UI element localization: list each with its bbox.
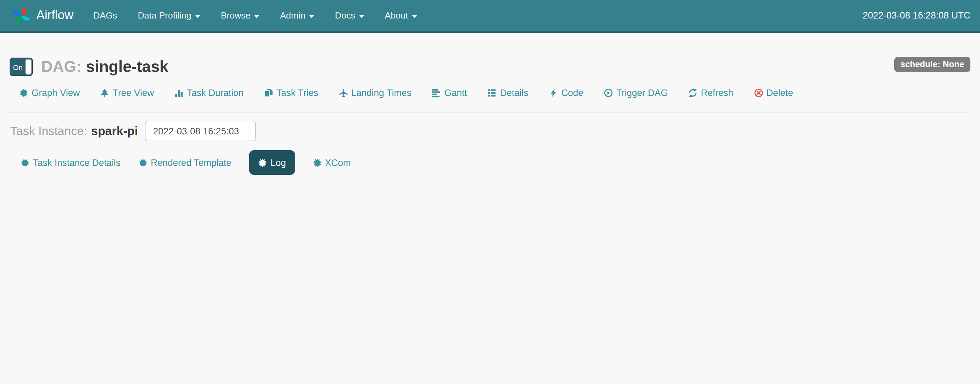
nav-item-label: Docs bbox=[335, 10, 355, 21]
list-icon bbox=[488, 89, 496, 97]
nav-item-dags[interactable]: DAGs bbox=[83, 0, 127, 31]
tab-label: Task Duration bbox=[187, 88, 243, 98]
dag-view-tabs: Graph ViewTree ViewTask DurationTask Tri… bbox=[19, 88, 980, 98]
nav-item-docs[interactable]: Docs bbox=[325, 0, 374, 31]
tree-icon bbox=[100, 89, 110, 97]
tab-label: Tree View bbox=[113, 88, 154, 98]
dag-title-prefix: DAG: bbox=[41, 58, 82, 75]
caret-down-icon bbox=[411, 14, 417, 18]
sunburst-icon bbox=[21, 158, 30, 167]
ti-tab-xcom[interactable]: XCom bbox=[313, 157, 351, 168]
tab-label: Refresh bbox=[701, 88, 733, 98]
task-instance-label: Task Instance: bbox=[10, 124, 87, 138]
caret-down-icon bbox=[194, 14, 200, 18]
ti-tab-label: Log bbox=[270, 157, 286, 168]
nav-item-label: About bbox=[385, 10, 408, 21]
tab-task-tries[interactable]: Task Tries bbox=[264, 88, 318, 98]
task-id: spark-pi bbox=[91, 124, 138, 138]
nav-item-data-profiling[interactable]: Data Profiling bbox=[127, 0, 210, 31]
tab-label: Task Tries bbox=[277, 88, 318, 98]
remove-circle-icon bbox=[754, 89, 763, 97]
nav-item-admin[interactable]: Admin bbox=[270, 0, 325, 31]
tab-code[interactable]: Code bbox=[549, 88, 584, 98]
align-left-icon bbox=[432, 89, 441, 97]
tab-graph-view[interactable]: Graph View bbox=[19, 88, 80, 98]
tab-label: Landing Times bbox=[351, 88, 411, 98]
tab-delete[interactable]: Delete bbox=[754, 88, 793, 98]
nav-menu: DAGsData ProfilingBrowseAdminDocsAbout bbox=[83, 0, 427, 31]
nav-item-label: Admin bbox=[280, 10, 305, 21]
toggle-on-label: On bbox=[13, 63, 23, 71]
tab-details[interactable]: Details bbox=[488, 88, 528, 98]
ti-tab-label: Rendered Template bbox=[151, 157, 231, 168]
dag-id: single-task bbox=[86, 58, 168, 75]
tab-label: Delete bbox=[766, 88, 793, 98]
brand-label: Airflow bbox=[37, 8, 73, 23]
play-circle-icon bbox=[604, 89, 613, 97]
dag-pause-toggle[interactable]: On bbox=[10, 58, 33, 76]
tab-label: Trigger DAG bbox=[616, 88, 668, 98]
duplicate-icon bbox=[264, 89, 273, 97]
airflow-logo-icon bbox=[10, 4, 33, 27]
page-title: DAG: single-task bbox=[41, 58, 169, 76]
schedule-badge: schedule: None bbox=[894, 57, 970, 72]
top-navbar: Airflow DAGsData ProfilingBrowseAdminDoc… bbox=[0, 0, 980, 33]
tab-refresh[interactable]: Refresh bbox=[689, 88, 733, 98]
ti-tab-label: XCom bbox=[325, 157, 351, 168]
ti-tab-log[interactable]: Log bbox=[249, 150, 295, 175]
task-instance-tabs: Task Instance DetailsRendered TemplateLo… bbox=[21, 150, 980, 175]
caret-down-icon bbox=[254, 14, 259, 18]
nav-item-label: DAGs bbox=[93, 10, 117, 21]
task-instance-row: Task Instance: spark-pi bbox=[10, 121, 980, 141]
plane-icon bbox=[339, 89, 348, 97]
tab-tree-view[interactable]: Tree View bbox=[100, 88, 154, 98]
bolt-icon bbox=[549, 89, 558, 97]
tab-label: Gantt bbox=[444, 88, 467, 98]
caret-down-icon bbox=[359, 14, 364, 18]
tab-label: Code bbox=[562, 88, 584, 98]
nav-item-about[interactable]: About bbox=[374, 0, 427, 31]
airflow-app: Airflow DAGsData ProfilingBrowseAdminDoc… bbox=[0, 0, 980, 192]
tab-label: Details bbox=[500, 88, 528, 98]
sunburst-icon bbox=[138, 158, 147, 167]
sunburst-icon bbox=[313, 158, 321, 167]
bar-chart-icon bbox=[175, 89, 184, 97]
nav-item-browse[interactable]: Browse bbox=[210, 0, 270, 31]
utc-clock: 2022-03-08 16:28:08 UTC bbox=[863, 10, 970, 21]
tab-trigger-dag[interactable]: Trigger DAG bbox=[604, 88, 668, 98]
nav-item-label: Browse bbox=[221, 10, 250, 21]
brand-link[interactable]: Airflow bbox=[10, 4, 73, 27]
ti-tab-label: Task Instance Details bbox=[33, 157, 121, 168]
tab-task-duration[interactable]: Task Duration bbox=[175, 88, 243, 98]
toggle-knob bbox=[25, 59, 32, 75]
tab-landing-times[interactable]: Landing Times bbox=[339, 88, 411, 98]
tab-gantt[interactable]: Gantt bbox=[432, 88, 467, 98]
caret-down-icon bbox=[309, 14, 314, 18]
refresh-icon bbox=[689, 89, 698, 97]
ti-tab-task-instance-details[interactable]: Task Instance Details bbox=[21, 157, 121, 168]
execution-date-input[interactable] bbox=[145, 121, 256, 141]
ti-tab-rendered-template[interactable]: Rendered Template bbox=[138, 157, 231, 168]
dag-header: On DAG: single-task schedule: None bbox=[10, 58, 970, 76]
tab-label: Graph View bbox=[32, 88, 80, 98]
section-divider bbox=[10, 113, 970, 113]
nav-item-label: Data Profiling bbox=[138, 10, 191, 21]
sunburst-icon bbox=[258, 158, 267, 167]
sunburst-icon bbox=[19, 89, 28, 97]
